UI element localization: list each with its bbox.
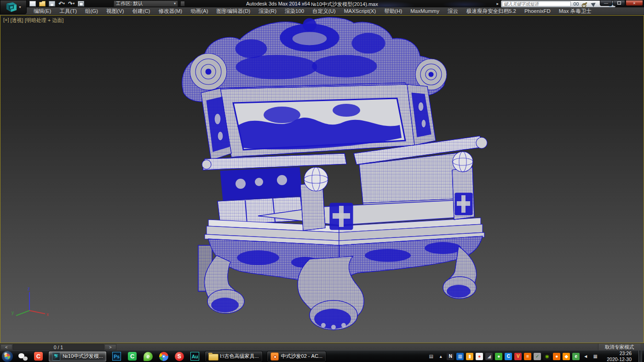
window-controls: — ×	[600, 0, 643, 6]
workspace-pin-icon[interactable]	[180, 1, 185, 6]
axis-z-label: z	[28, 286, 30, 291]
close-button[interactable]: ×	[626, 0, 643, 6]
taskbar-window-label: №10中式沙发模...	[63, 353, 103, 360]
clock-time: 23:26	[607, 351, 632, 356]
menu-item[interactable]: PhoenixFD	[520, 7, 555, 15]
taskbar-window-acdsee[interactable]: 中式沙发02 - AC...	[267, 351, 326, 362]
infocenter-toggle-icon[interactable]: ▸	[496, 1, 499, 6]
taskbar-camtasia-green-icon[interactable]: C	[126, 351, 138, 362]
taskbar-red-s-icon[interactable]: S	[173, 351, 185, 362]
menu-item[interactable]: 帮助(H)	[380, 7, 406, 15]
titlebar: ↶▾ ↷▾ 工作区: 默认 ▾ Autodesk 3ds Max 2014 x6…	[0, 0, 644, 7]
clipper-tray-icon[interactable]: N	[447, 353, 454, 360]
taskbar-photoshop-icon[interactable]: Ps	[111, 351, 122, 362]
menu-item[interactable]: 动画(A)	[186, 7, 212, 15]
tool-tray-icon[interactable]: ◢	[485, 353, 493, 360]
hidden-icons-arrow[interactable]: ▴	[437, 353, 444, 360]
axis-y-label: y	[12, 310, 14, 315]
acdsee-icon	[270, 352, 279, 361]
white-app-tray-icon[interactable]: ●	[476, 353, 483, 360]
menu-item[interactable]: 渲染(R)	[254, 7, 281, 15]
folder-icon	[208, 353, 218, 360]
model-chair-wireframe[interactable]: z x y	[0, 16, 644, 344]
menu-item[interactable]: 视图(V)	[102, 7, 128, 15]
taskbar-window-label: I:\古色高级家具...	[220, 353, 259, 360]
restore-button[interactable]	[613, 0, 625, 6]
next-frame-button[interactable]: >	[104, 344, 116, 350]
taskbar-wechat-icon[interactable]	[17, 351, 29, 362]
menu-item[interactable]: 渲云	[443, 7, 462, 15]
exchange-apps-icon[interactable]	[590, 1, 597, 6]
axis-x-label: x	[46, 312, 49, 317]
new-scene-icon[interactable]	[29, 1, 36, 6]
menu-item[interactable]: MaxMummy	[406, 7, 443, 15]
taskbar-green-browser-icon[interactable]: e	[142, 351, 154, 362]
undo-icon[interactable]: ↶▾	[58, 0, 65, 7]
world-axis-gizmo: z x y	[12, 286, 49, 317]
open-file-icon[interactable]	[39, 1, 46, 6]
infocenter: ▸ ★ ?▾	[496, 0, 615, 7]
eset-tray-icon[interactable]: e	[572, 353, 580, 360]
menu-item[interactable]: 创建(C)	[128, 7, 154, 15]
menu-item[interactable]: 渲染100	[281, 7, 308, 15]
menu-item[interactable]: 自定义(U)	[308, 7, 339, 15]
app-title: Autodesk 3ds Max 2014 x64	[246, 1, 310, 6]
viewport-shading-label[interactable]: [明暗处理 + 边面]	[25, 17, 64, 24]
menu-item[interactable]: 修改器(M)	[154, 7, 186, 15]
document-title: №10中式沙发模型(2014).max	[311, 1, 378, 8]
previous-frame-button[interactable]: <	[0, 344, 12, 350]
frame-counter-field[interactable]: 0 / 1	[13, 344, 104, 350]
speaker-tray-icon[interactable]: ◄	[582, 353, 589, 360]
menu-item[interactable]: 图形编辑器(D)	[213, 7, 254, 15]
desktop-screen: ↶▾ ↷▾ 工作区: 默认 ▾ Autodesk 3ds Max 2014 x6…	[0, 0, 644, 362]
wechat-tray-icon[interactable]: ●	[495, 353, 502, 360]
taskbar-window-3dsmax[interactable]: №10中式沙发模...	[48, 351, 107, 362]
viewport-pov-label[interactable]: [透视]	[11, 17, 23, 24]
minimize-button[interactable]: —	[600, 0, 612, 6]
menu-item[interactable]: 工具(T)	[55, 7, 81, 15]
menu-item[interactable]: 极速瘦身安全归档5.2	[462, 7, 520, 15]
menu-item[interactable]: MAXScript(X)	[340, 7, 380, 15]
show-desktop-button[interactable]	[638, 351, 642, 362]
workspace-selector[interactable]: 工作区: 默认 ▾	[114, 0, 178, 7]
usb-eject-tray-icon[interactable]: ✓	[534, 353, 541, 360]
shield-tray-icon[interactable]: ◆	[563, 353, 570, 360]
cancel-expert-mode-button[interactable]: 取消专家模式	[598, 344, 640, 351]
workspace-label: 工作区: 默认	[116, 0, 172, 7]
viewport-menu-label[interactable]: [+]	[3, 17, 9, 24]
taskbar-audition-icon[interactable]: Au	[189, 351, 201, 362]
perspective-viewport[interactable]: [+] [透视] [明暗处理 + 边面]	[0, 15, 644, 343]
infocenter-bar: ★ ?▾	[501, 0, 615, 7]
menubar: 编辑(E)工具(T)组(G)视图(V)创建(C)修改器(M)动画(A)图形编辑器…	[0, 7, 644, 15]
red-vip-tray-icon[interactable]: V	[514, 353, 522, 360]
taskbar-camtasia-red-icon[interactable]: C	[33, 351, 44, 362]
search-input[interactable]	[502, 1, 571, 6]
redo-icon[interactable]: ↷▾	[68, 0, 75, 7]
driver-tray-icon[interactable]: C	[505, 353, 512, 360]
app-button-3dsmax-logo[interactable]: ▾	[0, 0, 27, 14]
menu-item[interactable]: 编辑(E)	[29, 7, 55, 15]
status-bar: < 0 / 1 > 取消专家模式	[0, 343, 644, 350]
acdsee-tray-icon[interactable]: ●	[553, 353, 560, 360]
taskbar-window-folder[interactable]: I:\古色高级家具...	[205, 351, 262, 362]
orange-list-tray-icon[interactable]: ≡	[524, 353, 531, 360]
start-button[interactable]	[2, 351, 13, 362]
menu-item[interactable]: Max 杀毒卫士	[555, 7, 596, 15]
chevron-down-icon: ▾	[174, 2, 176, 6]
sign-in-key-icon[interactable]	[581, 1, 588, 6]
usb-drive-tray-icon[interactable]: ▮	[466, 353, 473, 360]
3dsmax-taskbar-icon	[52, 352, 60, 361]
taskbar: C №10中式沙发模... Ps C e S Au I:\古色高级家具... 中…	[0, 350, 644, 362]
taskbar-chrome-icon[interactable]	[158, 351, 169, 362]
taskbar-clock[interactable]: 23:26 2020-12-30	[607, 351, 632, 362]
system-tray: ▤▴N▥▮●◢●CV≡✓◉●◆e◄▦	[427, 353, 599, 360]
save-file-icon[interactable]	[49, 1, 55, 6]
network-tray-icon[interactable]: ▦	[592, 353, 599, 360]
nvidia-tray-icon[interactable]: ◉	[543, 353, 551, 360]
blue-app-tray-icon[interactable]: ▥	[456, 353, 464, 360]
project-folder-icon[interactable]	[78, 1, 84, 6]
taskbar-window-label: 中式沙发02 - AC...	[281, 353, 322, 360]
search-icon[interactable]	[573, 1, 580, 6]
menu-item[interactable]: 组(G)	[81, 7, 102, 15]
input-keyboard-tray-icon[interactable]: ▤	[427, 353, 435, 360]
